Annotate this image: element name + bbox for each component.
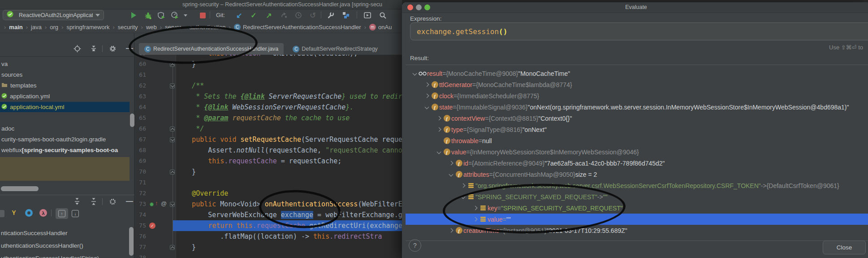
overrides-method-icon[interactable]: ↑	[155, 200, 158, 206]
run-anything-icon[interactable]	[363, 11, 372, 20]
result-tree-row[interactable]: ftype = {SignalType@8816} "onNext"	[406, 124, 868, 135]
chevron-right-icon[interactable]	[423, 94, 430, 97]
fold-marker[interactable]	[170, 245, 175, 250]
run-configuration-select[interactable]: ReactiveOAuth2LoginApplication	[3, 10, 104, 20]
hide-panel-minus-icon[interactable]: —	[125, 44, 134, 52]
git-commit-button[interactable]: ✓	[249, 11, 258, 20]
breakpoint-icon[interactable]: ✓	[149, 223, 155, 229]
project-item-va[interactable]: va	[0, 59, 130, 69]
gear-icon[interactable]	[108, 44, 117, 52]
structure-item[interactable]: nticationSuccessHandler	[1, 227, 68, 239]
collapse-all-icon[interactable]	[90, 44, 98, 52]
breadcrumb-item-security[interactable]: security	[118, 24, 138, 31]
project-structure-icon[interactable]	[341, 11, 350, 20]
sort-by-visibility-icon[interactable]: Y	[10, 209, 18, 217]
git-update-button[interactable]: ↙	[235, 11, 244, 20]
breadcrumb-item-server[interactable]: server	[165, 24, 181, 31]
result-tree-row[interactable]: fttlGenerator = {MonoCacheTime$lambda@87…	[406, 79, 868, 90]
breadcrumb-item-java[interactable]: java	[31, 24, 42, 31]
fold-marker[interactable]	[170, 62, 175, 67]
search-everywhere-icon[interactable]	[378, 11, 387, 20]
project-item-application-local-yml[interactable]: application-local.yml	[0, 102, 130, 112]
autoscroll-from-source-button[interactable]: ↓	[72, 210, 79, 217]
help-button[interactable]: ?	[409, 239, 421, 252]
breadcrumb-item-web[interactable]: web	[146, 24, 157, 31]
result-tree-row[interactable]: "SPRING_SECURITY_SAVED_REQUEST" -> ""	[406, 191, 868, 202]
structure-toolbar-cut-icon[interactable]	[0, 210, 4, 217]
expand-all-icon[interactable]	[73, 197, 81, 206]
project-item-curity-samples-boot-oauth2login-gradle[interactable]: curity-samples-boot-oauth2login.gradle	[0, 134, 130, 144]
result-tree-row[interactable]: fcontextView = {Context0@8815} "Context0…	[406, 113, 868, 124]
result-tree-row[interactable]: fid = {AtomicReference@9049} "7ae62af5-a…	[406, 157, 868, 169]
fold-marker[interactable]	[170, 137, 175, 142]
project-item-templates[interactable]: templates	[0, 80, 130, 91]
breadcrumb-item-springframework[interactable]: springframework	[66, 24, 109, 31]
structure-vertical-scrollbar[interactable]	[129, 227, 134, 256]
project-horizontal-scrollbar[interactable]	[1, 186, 39, 191]
breadcrumb-item-main[interactable]: main	[9, 24, 22, 31]
chevron-right-icon[interactable]	[459, 184, 466, 187]
structure-item[interactable]: uthenticationSuccessHandler(String)	[1, 252, 99, 258]
project-item-sources[interactable]: sources	[0, 70, 130, 80]
breadcrumb-item-authentication[interactable]: authentication	[190, 24, 226, 31]
git-cherry-pick-icon[interactable]	[280, 11, 289, 20]
editor-tab-selected[interactable]: CRedirectServerAuthenticationSuccessHand…	[139, 43, 284, 55]
result-tree-row[interactable]: result = {MonoCacheTime@9008} "MonoCache…	[406, 68, 868, 79]
gear-icon[interactable]	[108, 197, 117, 206]
dialog-titlebar[interactable]: Evaluate	[402, 2, 868, 13]
breadcrumb-item-onau[interactable]: monAu	[369, 24, 392, 31]
hide-panel-minus-icon[interactable]: —	[125, 197, 134, 206]
result-tree-row[interactable]: fclock = {ImmediateScheduler@8775}	[406, 90, 868, 101]
fold-marker[interactable]	[170, 202, 175, 207]
stop-button[interactable]	[198, 11, 207, 20]
chevron-right-icon[interactable]	[435, 117, 442, 120]
chevron-right-icon[interactable]	[435, 128, 442, 131]
result-tree-row[interactable]: value = ""	[406, 214, 868, 225]
fold-marker[interactable]	[170, 83, 175, 88]
result-tree-row[interactable]: fcreationTime = {Instant@9051} "2021-03-…	[406, 225, 868, 236]
locate-crosshair-icon[interactable]	[73, 44, 81, 52]
result-tree-row[interactable]: key = "SPRING_SECURITY_SAVED_REQUEST"	[406, 202, 868, 214]
project-item-webflux[interactable]: webflux [spring-security-samples-boot-oa	[0, 145, 130, 155]
chevron-down-icon[interactable]	[447, 173, 454, 176]
editor-tab-inactive[interactable]: CDefaultServerRedirectStrategy	[287, 43, 383, 55]
breadcrumb-item-redirectserverauthenticationsuccesshandler[interactable]: CRedirectServerAuthenticationSuccessHand…	[234, 24, 361, 31]
show-fields-icon[interactable]	[25, 209, 33, 217]
fold-marker[interactable]	[170, 170, 175, 175]
result-tree-row[interactable]: fstate = {ImmutableSignal@9036} "onNext(…	[406, 101, 868, 113]
run-button[interactable]	[129, 11, 138, 20]
history-clock-icon[interactable]	[294, 11, 303, 20]
chevron-down-icon[interactable]	[423, 105, 430, 109]
chevron-right-icon[interactable]	[447, 162, 454, 165]
run-with-coverage-button[interactable]	[157, 11, 166, 20]
git-push-button[interactable]: ↗	[264, 11, 273, 20]
rollback-icon[interactable]: ↺	[308, 11, 317, 20]
profiler-dropdown-icon[interactable]	[183, 11, 188, 20]
lambda-icon[interactable]: λ	[39, 209, 47, 217]
chevron-right-icon[interactable]	[471, 206, 479, 210]
collapse-all-icon[interactable]	[90, 197, 98, 206]
project-item-adoc[interactable]: adoc	[0, 123, 130, 134]
chevron-right-icon[interactable]	[447, 229, 454, 232]
result-tree-row[interactable]: fthrowable = null	[406, 135, 868, 146]
result-tree-row[interactable]: fvalue = {InMemoryWebSessionStore$InMemo…	[406, 146, 868, 157]
chevron-right-icon[interactable]	[423, 83, 430, 86]
settings-wrench-icon[interactable]	[326, 11, 335, 20]
debug-button[interactable]	[143, 11, 152, 20]
chevron-down-icon[interactable]	[459, 195, 466, 198]
autoscroll-to-source-button[interactable]: ↑	[56, 208, 68, 219]
chevron-down-icon[interactable]	[435, 150, 442, 153]
breadcrumb-item-org[interactable]: org	[50, 24, 58, 31]
expression-input[interactable]: exchange.getSession()	[410, 22, 868, 40]
structure-item[interactable]: uthenticationSuccessHandler()	[1, 240, 83, 251]
close-button[interactable]: Close	[823, 241, 866, 254]
project-item-application-yml[interactable]: application.yml	[0, 91, 130, 101]
chevron-down-icon[interactable]	[411, 72, 418, 75]
fold-marker[interactable]	[170, 127, 175, 131]
run-marker-icon[interactable]	[150, 202, 154, 206]
result-tree-row[interactable]: "org.springframework.security.web.server…	[406, 180, 868, 191]
profiler-button[interactable]	[170, 11, 179, 20]
project-vertical-scrollbar[interactable]	[130, 114, 134, 127]
result-tree-row[interactable]: fattributes = {ConcurrentHashMap@9050} s…	[406, 169, 868, 180]
chevron-right-icon[interactable]	[471, 218, 479, 221]
